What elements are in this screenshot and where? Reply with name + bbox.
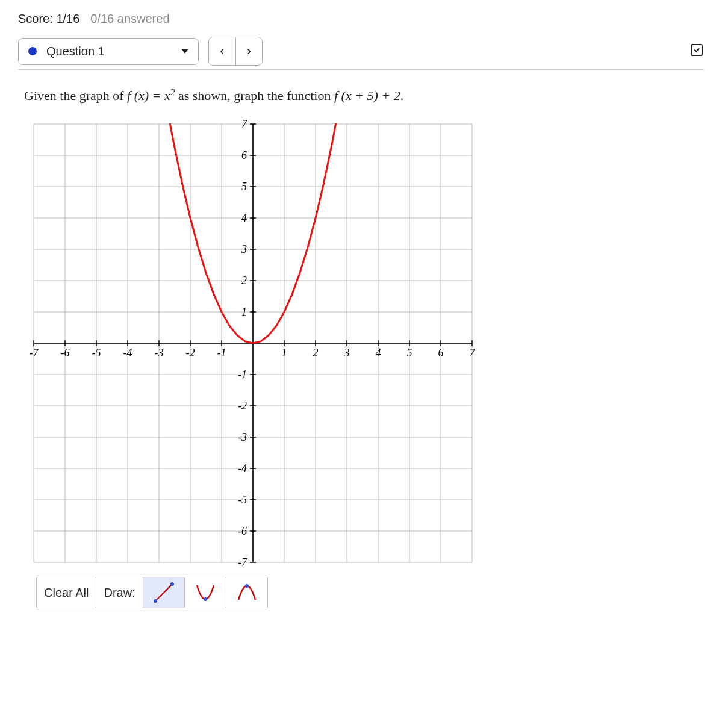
checklist-icon[interactable] <box>689 43 704 60</box>
score-value: 1/16 <box>56 12 79 25</box>
svg-rect-0 <box>691 45 702 55</box>
svg-text:-5: -5 <box>92 347 101 359</box>
draw-parabola-up-tool[interactable] <box>185 577 226 608</box>
score-label: Score: <box>18 12 53 25</box>
svg-text:6: 6 <box>438 347 444 359</box>
svg-text:-7: -7 <box>30 347 39 359</box>
svg-text:4: 4 <box>241 212 247 224</box>
answered-count: 0/16 answered <box>90 12 169 26</box>
clear-all-button[interactable]: Clear All <box>37 577 96 608</box>
svg-text:2: 2 <box>241 275 247 287</box>
question-status-dot <box>28 47 37 55</box>
parabola-up-icon <box>192 579 219 606</box>
svg-text:4: 4 <box>376 347 381 359</box>
svg-point-93 <box>245 584 249 588</box>
svg-text:-2: -2 <box>186 347 195 359</box>
svg-text:5: 5 <box>241 181 247 193</box>
svg-text:-3: -3 <box>238 431 247 443</box>
svg-text:3: 3 <box>344 347 350 359</box>
svg-text:3: 3 <box>241 243 247 255</box>
svg-text:5: 5 <box>407 347 412 359</box>
draw-label: Draw: <box>96 577 143 608</box>
svg-point-90 <box>154 599 157 603</box>
svg-text:-5: -5 <box>238 494 247 506</box>
svg-point-91 <box>170 582 174 586</box>
draw-toolbar: Clear All Draw: <box>36 577 268 608</box>
svg-text:-3: -3 <box>155 347 164 359</box>
question-label: Question 1 <box>46 45 105 58</box>
prev-question-button[interactable]: ‹ <box>209 37 235 65</box>
question-prompt: Given the graph of f (x) = x2 as shown, … <box>24 87 704 104</box>
svg-text:-2: -2 <box>238 400 247 412</box>
svg-text:-6: -6 <box>238 525 247 537</box>
line-segment-icon <box>151 579 177 606</box>
svg-text:6: 6 <box>241 149 247 161</box>
svg-text:-1: -1 <box>217 347 226 359</box>
svg-text:1: 1 <box>282 347 287 359</box>
svg-point-92 <box>204 597 207 601</box>
svg-text:-4: -4 <box>238 462 247 474</box>
svg-text:7: 7 <box>241 118 247 130</box>
chevron-down-icon <box>181 49 188 54</box>
svg-text:-4: -4 <box>123 347 132 359</box>
graph-canvas[interactable]: -7-6-5-4-3-2-11234567-7-6-5-4-3-2-112345… <box>24 114 482 572</box>
svg-text:7: 7 <box>470 347 476 359</box>
svg-text:-1: -1 <box>238 369 247 381</box>
svg-text:-6: -6 <box>61 347 70 359</box>
draw-parabola-down-tool[interactable] <box>226 577 267 608</box>
svg-text:-7: -7 <box>238 556 247 568</box>
draw-line-tool[interactable] <box>143 577 185 608</box>
next-question-button[interactable]: › <box>235 37 262 65</box>
parabola-down-icon <box>234 579 260 606</box>
svg-line-89 <box>155 584 172 601</box>
question-selector[interactable]: Question 1 <box>18 38 199 65</box>
svg-text:1: 1 <box>241 306 247 318</box>
svg-text:2: 2 <box>313 347 319 359</box>
question-nav: ‹ › <box>208 37 263 66</box>
